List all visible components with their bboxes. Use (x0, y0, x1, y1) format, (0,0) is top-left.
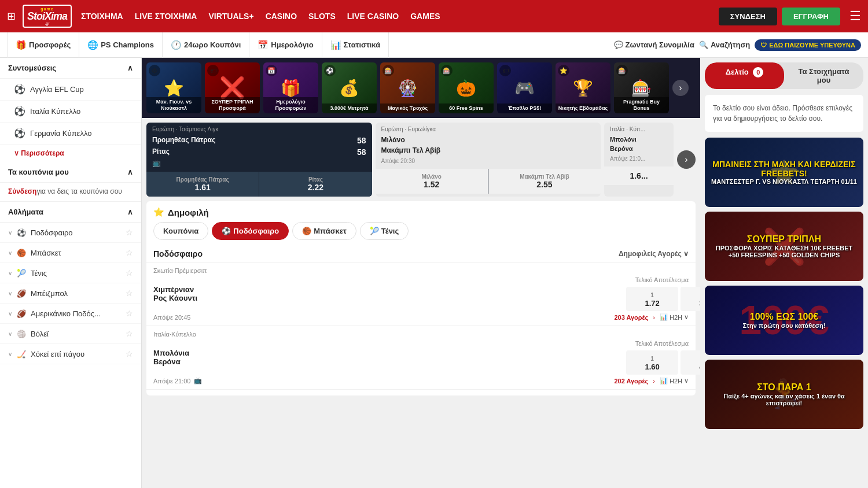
matches-next-button[interactable]: › (677, 150, 696, 169)
sidebar-item-italia-cup[interactable]: ⚽ Ιταλία Κύπελλο (0, 101, 141, 123)
coupons-label: Τα κουπόνια μου (8, 168, 69, 176)
nav-item-live-stoixima[interactable]: LIVE ΣΤΟΙΧΗΜΑ (135, 9, 197, 23)
football-icon: ⚽ (17, 228, 26, 237)
nav-item-live-casino[interactable]: LIVE CASINO (347, 9, 399, 23)
odd2-btn-1[interactable]: Μακάμπι Τελ Αβίβ 2.55 (488, 169, 601, 194)
sidebar-sport-football[interactable]: ∨ ⚽ Ποδόσφαιρο ☆ (0, 223, 141, 243)
match-card-milano[interactable]: Ευρώπη · Ευρωλίγκα Μιλάνο Μακάμπι Τελ Αβ… (376, 123, 601, 197)
coupons-signin-link[interactable]: Σύνδεση (8, 187, 36, 195)
coupons-chevron-up: ∧ (127, 168, 133, 176)
volleyball-star[interactable]: ☆ (126, 329, 133, 338)
banner-cash[interactable]: 💰 ⚽ 3.000€ Μετρητά (322, 62, 377, 113)
american-football-star[interactable]: ☆ (126, 309, 133, 318)
banner-pragmatic-icon: 🎰 (616, 65, 628, 76)
nav-offers[interactable]: 🎁 Προσφορές (7, 32, 79, 58)
sidebar-sport-basketball[interactable]: ∨ 🏀 Μπάσκετ ☆ (0, 243, 141, 263)
banner-calendar[interactable]: 🎁 📅 Ημερολόγιο Προσφορών (263, 62, 318, 113)
match2-more-markets[interactable]: 202 Αγορές (614, 378, 648, 385)
match1-more-markets[interactable]: 203 Αγορές (614, 314, 648, 321)
nav-statistics[interactable]: 📊 Στατιστικά (322, 32, 389, 58)
match1-odd1[interactable]: 1 1.72 (626, 287, 678, 311)
american-football-chevron: ∨ (8, 310, 12, 317)
nav-item-virtuals[interactable]: VIRTUALS+ (208, 9, 253, 23)
sports-header[interactable]: Αθλήματα ∧ (0, 202, 141, 223)
betslip-tab-active[interactable]: Δελτίο 0 (705, 62, 784, 89)
hockey-chevron: ∨ (8, 351, 12, 357)
odd2-btn-0[interactable]: Ρίτας 2.22 (259, 172, 372, 197)
basketball-star[interactable]: ☆ (126, 248, 133, 257)
live-chat-button[interactable]: 💬 Ζωντανή Συνομιλία (614, 40, 694, 49)
nav-calendar[interactable]: 📅 Ημερολόγιο (249, 32, 322, 58)
banner-wheel[interactable]: 🎡 🎰 Μαγικός Τροχός (380, 62, 435, 113)
match-card-boloni[interactable]: Ιταλία · Κύπ... Μπολόνι Βερόνα Απόψε 21:… (604, 123, 674, 197)
tennis-star[interactable]: ☆ (126, 268, 133, 278)
nav-item-casino[interactable]: CASINO (266, 9, 297, 23)
register-button[interactable]: ΕΓΓΡΑΦΗ (782, 8, 840, 25)
sidebar-sport-hockey[interactable]: ∨ 🏒 Χόκεϊ επί πάγου ☆ (0, 344, 141, 364)
sidebar-sport-volleyball[interactable]: ∨ 🏐 Βόλεϊ ☆ (0, 324, 141, 344)
match2-oddX[interactable]: X 4.00 (681, 350, 700, 375)
match2-h2h[interactable]: 📊 H2H ∨ (660, 377, 689, 385)
hockey-star[interactable]: ☆ (126, 349, 133, 358)
match1-h2h[interactable]: 📊 H2H ∨ (660, 313, 689, 321)
baseball-star[interactable]: ☆ (126, 289, 133, 298)
banner-pragmatic[interactable]: 🎰 🎰 Pragmatic Buy Bonus (614, 62, 669, 113)
shortcuts-header[interactable]: Συντομεύσεις ∧ (0, 58, 141, 79)
match-league-2: Ιταλία · Κύπ... (604, 123, 674, 134)
signin-button[interactable]: ΣΥΝΔΕΣΗ (719, 8, 777, 25)
logo-sub-text: .gr (45, 21, 49, 25)
banner-ps5[interactable]: 🎮 🏷 Έπαθλο PS5! (497, 62, 552, 113)
markets-dropdown[interactable]: Δημοφιλείς Αγορές ∨ (619, 250, 689, 258)
sidebar-item-efl-cup[interactable]: ⚽ Αγγλία EFL Cup (0, 79, 141, 101)
my-bets-tab[interactable]: Τα Στοιχήματά μου (784, 62, 863, 89)
promo-card-100[interactable]: 100€ 100% ΕΩΣ 100€ Στην πρώτη σου κατάθε… (705, 286, 863, 355)
promo-card-para1[interactable]: 🏃 ΣΤΟ ΠΑΡΑ 1 Παίξε 4+ αγώνες και αν χάσε… (705, 360, 863, 429)
nav-24h-coupon[interactable]: 🕐 24ωρο Κουπόνι (163, 32, 249, 58)
match2-bottom-right: 202 Αγορές › 📊 H2H ∨ (614, 377, 689, 385)
sidebar-item-germany-cup[interactable]: ⚽ Γερμανία Κύπελλο (0, 123, 141, 145)
match2-league: Ιταλία·Κύπελλο (153, 331, 689, 340)
grid-icon[interactable]: ⊞ (7, 10, 16, 23)
match2-odd1[interactable]: 1 1.60 (626, 350, 678, 375)
search-button[interactable]: 🔍 Αναζήτηση (699, 40, 750, 49)
sidebar-sport-baseball[interactable]: ∨ 🏈 Μπέιζμπολ ☆ (0, 283, 141, 304)
odd1-btn-0[interactable]: Προμηθέας Πάτρας 1.61 (146, 172, 259, 197)
odd1-btn-1[interactable]: Μιλάνο 1.52 (376, 169, 488, 194)
promo-para1-text: ΣΤΟ ΠΑΡΑ 1 Παίξε 4+ αγώνες και αν χάσεις… (705, 378, 863, 411)
tab-football[interactable]: ⚽ Ποδόσφαιρο (212, 222, 289, 240)
nav-ps-champions[interactable]: 🌐 PS Champions (79, 32, 163, 58)
banner-ps-champions[interactable]: ⭐ ⚙ Μαν. Γιουν. vs Νιούκαστλ (146, 62, 201, 113)
nav-item-stoixima[interactable]: ΣΤΟΙΧΗΜΑ (81, 9, 123, 23)
match1-odds: 1 1.72 X 3.85 2 4.35 (626, 287, 689, 311)
tab-tennis[interactable]: 🎾 Τένις (360, 222, 409, 240)
football-star[interactable]: ☆ (126, 228, 133, 237)
promo-card-super-triple[interactable]: ❌ ΣΟΥΠΕΡ ΤΡΙΠΛΗ ΠΡΟΣΦΟΡΑ ΧΩΡΙΣ ΚΑΤΑΘΕΣΗ … (705, 212, 863, 281)
banner-super-tripli[interactable]: ❌ 🏷 ΣΟΥΠΕΡ ΤΡΙΠΛΗ Προσφορά (205, 62, 260, 113)
tab-coupons[interactable]: Κουπόνια (153, 222, 208, 240)
odd1-btn-2[interactable]: 1.6... (604, 167, 674, 185)
logo[interactable]: game StoiXima .gr (23, 5, 72, 28)
hamburger-icon[interactable]: ☰ (849, 9, 861, 24)
more-shortcuts[interactable]: ∨ Περισσότερα (0, 145, 141, 162)
promo-card-ps-champions[interactable]: ⭐ ΜΠΑΙΝΕΙΣ ΣΤΗ ΜΑΧΗ ΚΑΙ ΚΕΡΔΙΖΕΙΣ FREEBE… (705, 138, 863, 207)
germany-cup-icon: ⚽ (14, 128, 25, 139)
responsible-label: ΕΔΩ ΠΑΙΖΟΥΜΕ ΥΠΕΥΘΥΝΑ (769, 42, 855, 49)
nav-item-games[interactable]: GAMES (410, 9, 440, 23)
sidebar-sport-american-football[interactable]: ∨ 🏈 Αμερικάνικο Ποδός... ☆ (0, 304, 141, 324)
coupons-header[interactable]: Τα κουπόνια μου ∧ (0, 162, 141, 183)
banners-next-button[interactable]: › (672, 80, 689, 96)
team1-name-0: Προμηθέας Πάτρας (152, 136, 215, 145)
tab-basketball[interactable]: 🏀 Μπάσκετ (292, 222, 356, 240)
banner-free-spins[interactable]: 🎃 🎰 60 Free Spins (439, 62, 494, 113)
responsible-gaming-button[interactable]: 🛡 ΕΔΩ ΠΑΙΖΟΥΜΕ ΥΠΕΥΘΥΝΑ (755, 39, 861, 51)
match1-oddX[interactable]: X 3.85 (681, 287, 700, 311)
match-team2-1: Μακάμπι Τελ Αβίβ (381, 145, 595, 156)
banner-winner[interactable]: 🏆 ⭐ Νικητής Εβδομάδας (556, 62, 610, 113)
odd1-label-0: Προμηθέας Πάτρας (149, 176, 256, 183)
nav-item-slots[interactable]: SLOTS (308, 9, 336, 23)
popular-match-1: Σκωτία·Πρέμιερσιπ Χιμπέρνιαν Ρος Κάουντι… (146, 263, 696, 326)
sidebar-sport-tennis[interactable]: ∨ 🎾 Τένις ☆ (0, 263, 141, 283)
result-label: Τελικό Αποτέλεσμα (635, 276, 689, 283)
coupons-tab-label: Κουπόνια (163, 227, 198, 235)
match-card-promitheas[interactable]: Ευρώπη · Τσάμπιονς Λιγκ Προμηθέας Πάτρας… (146, 123, 372, 197)
